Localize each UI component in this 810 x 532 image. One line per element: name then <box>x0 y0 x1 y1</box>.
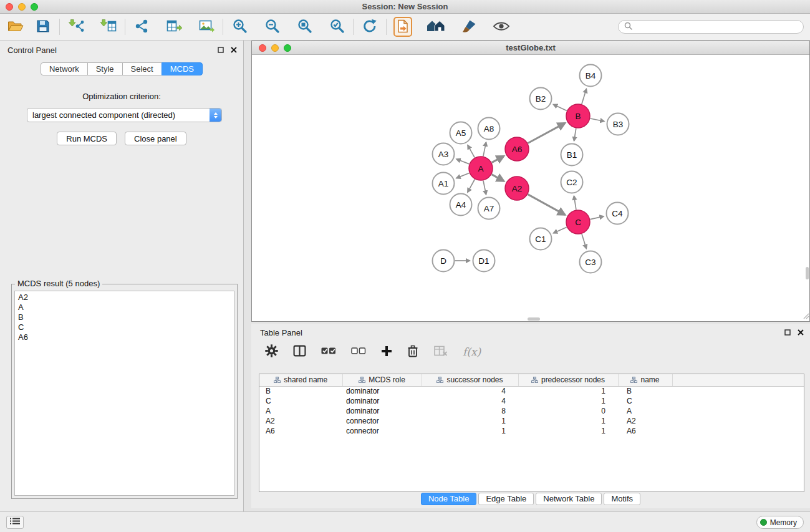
table-row[interactable]: A6connector11A6 <box>259 426 804 436</box>
close-panel-button[interactable]: Close panel <box>125 132 186 145</box>
float-panel-button[interactable] <box>218 46 224 55</box>
tab-network[interactable]: Network <box>41 62 88 75</box>
cell[interactable]: A2 <box>618 416 672 426</box>
node-C[interactable]: C <box>566 210 590 234</box>
import-network-button[interactable] <box>67 17 85 37</box>
edge-C-C1[interactable] <box>554 227 567 233</box>
edge-C-C2[interactable] <box>574 196 576 210</box>
edge-C-C3[interactable] <box>582 234 586 248</box>
table-row[interactable]: Cdominator41C <box>259 396 804 406</box>
node-B3[interactable]: B3 <box>607 114 629 135</box>
network-minimize-button[interactable] <box>271 44 279 52</box>
edge-A2-C[interactable] <box>528 195 565 215</box>
delete-table-button[interactable] <box>433 346 448 359</box>
tab-network-table[interactable]: Network Table <box>536 493 602 505</box>
mcds-result-item[interactable]: A <box>15 302 234 312</box>
edge-A-A8[interactable] <box>483 142 486 156</box>
cell[interactable]: dominator <box>342 406 422 416</box>
cell[interactable]: A <box>259 406 342 416</box>
export-network-button[interactable] <box>132 17 151 37</box>
show-details-button[interactable] <box>492 17 511 37</box>
cell[interactable]: 0 <box>518 406 618 416</box>
edge-B-B3[interactable] <box>591 118 604 122</box>
cell[interactable]: dominator <box>342 396 422 406</box>
tab-edge-table[interactable]: Edge Table <box>478 493 534 505</box>
edge-B-B4[interactable] <box>582 89 587 104</box>
refresh-button[interactable] <box>360 17 379 37</box>
import-table-button[interactable] <box>99 17 118 37</box>
cell[interactable]: 4 <box>422 396 518 406</box>
node-A7[interactable]: A7 <box>478 198 500 220</box>
column-header-predecessor-nodes[interactable]: predecessor nodes <box>518 374 618 386</box>
zoom-fit-button[interactable] <box>295 17 314 37</box>
node-A2[interactable]: A2 <box>505 177 529 200</box>
attached-file-toggle[interactable] <box>393 17 412 37</box>
cell[interactable]: A6 <box>259 426 342 436</box>
node-A5[interactable]: A5 <box>450 122 472 144</box>
cell[interactable]: A <box>618 406 672 416</box>
edge-A-A2[interactable] <box>492 175 504 181</box>
cell[interactable]: dominator <box>342 386 422 396</box>
edge-A-A4[interactable] <box>468 180 475 193</box>
function-builder-button[interactable]: f(x) <box>463 346 481 358</box>
node-D[interactable]: D <box>433 250 455 272</box>
horizontal-scrollbar[interactable] <box>528 317 540 321</box>
node-B2[interactable]: B2 <box>530 88 552 110</box>
table-row[interactable]: Bdominator41B <box>259 386 804 396</box>
column-header-successor-nodes[interactable]: successor nodes <box>422 374 518 386</box>
app-titlebar[interactable]: Session: New Session <box>0 0 810 14</box>
resize-grip[interactable] <box>802 312 809 321</box>
mcds-result-item[interactable]: B <box>15 312 234 322</box>
table-row[interactable]: Adominator80A <box>259 406 804 416</box>
network-canvas[interactable]: B4B2BB3A5A8A6B1A3AC2A1A2A4A7C4CC1DD1C3 <box>252 55 809 321</box>
cell[interactable]: 1 <box>422 426 518 436</box>
mcds-result-item[interactable]: A2 <box>15 293 234 302</box>
cell[interactable]: 1 <box>422 416 518 426</box>
table-row[interactable]: A2connector11A2 <box>259 416 804 426</box>
node-B1[interactable]: B1 <box>561 144 583 166</box>
style-brush-button[interactable] <box>460 17 478 37</box>
run-mcds-button[interactable]: Run MCDS <box>57 132 117 145</box>
vertical-scrollbar[interactable] <box>806 267 809 279</box>
node-A4[interactable]: A4 <box>450 194 472 216</box>
tab-mcds[interactable]: MCDS <box>162 62 203 75</box>
mcds-result-item[interactable]: A6 <box>15 332 234 342</box>
edge-C-C4[interactable] <box>591 216 604 220</box>
overview-button[interactable] <box>426 17 446 37</box>
cell[interactable]: B <box>618 386 672 396</box>
float-table-panel-button[interactable] <box>784 328 791 337</box>
node-A1[interactable]: A1 <box>433 173 455 195</box>
search-box[interactable] <box>618 20 804 34</box>
tab-motifs[interactable]: Motifs <box>604 493 640 505</box>
table-settings-button[interactable] <box>265 344 278 359</box>
node-A[interactable]: A <box>469 157 493 180</box>
cell[interactable]: 8 <box>422 406 518 416</box>
tab-node-table[interactable]: Node Table <box>421 493 477 505</box>
network-window-titlebar[interactable]: testGlobe.txt <box>252 41 809 55</box>
mcds-result-item[interactable]: C <box>15 322 234 332</box>
export-image-button[interactable] <box>197 17 216 37</box>
node-C1[interactable]: C1 <box>530 228 552 250</box>
edge-B-B2[interactable] <box>553 105 566 111</box>
open-session-button[interactable] <box>6 17 25 37</box>
column-header-shared-name[interactable]: shared name <box>259 374 342 386</box>
cell[interactable]: 1 <box>518 396 618 406</box>
memory-button[interactable]: Memory <box>756 516 804 529</box>
delete-column-button[interactable] <box>407 345 418 359</box>
node-C2[interactable]: C2 <box>561 172 583 193</box>
cell[interactable]: C <box>259 396 342 406</box>
export-table-button[interactable] <box>165 17 183 37</box>
network-zoom-button[interactable] <box>284 44 291 52</box>
node-C3[interactable]: C3 <box>580 251 602 273</box>
zoom-out-button[interactable] <box>263 17 281 37</box>
optimization-criterion-select[interactable]: largest connected component (directed) <box>27 108 222 122</box>
cell[interactable]: 1 <box>518 416 618 426</box>
node-A3[interactable]: A3 <box>433 143 455 165</box>
edge-A-A1[interactable] <box>456 173 470 178</box>
zoom-selected-button[interactable] <box>327 17 346 37</box>
select-all-button[interactable] <box>321 347 336 357</box>
edge-A-A7[interactable] <box>483 181 486 195</box>
node-C4[interactable]: C4 <box>607 203 629 225</box>
cell[interactable]: connector <box>342 426 422 436</box>
cell[interactable]: A6 <box>618 426 672 436</box>
